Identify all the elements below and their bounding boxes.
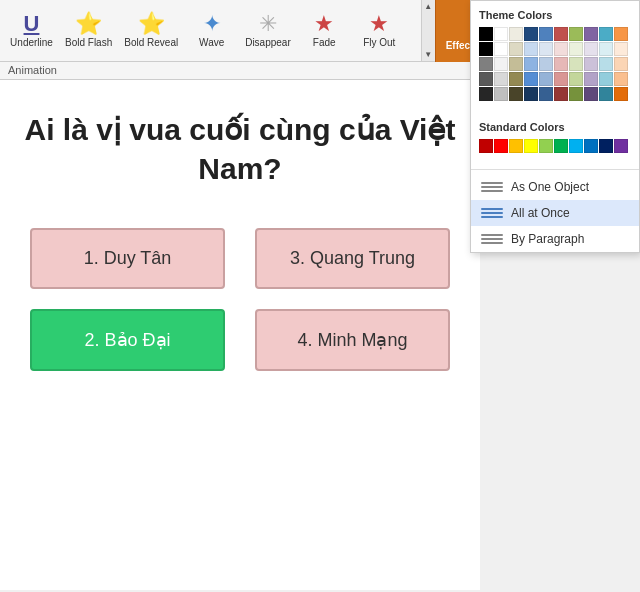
theme-color-cell[interactable] — [599, 27, 613, 41]
theme-color-cell[interactable] — [554, 57, 568, 71]
dropdown-divider — [471, 169, 639, 170]
standard-color-cell[interactable] — [599, 139, 613, 153]
theme-color-cell[interactable] — [614, 57, 628, 71]
standard-colors-title: Standard Colors — [479, 121, 631, 133]
theme-color-cell[interactable] — [524, 42, 538, 56]
standard-colors-grid — [479, 139, 631, 153]
answer-box-1[interactable]: 1. Duy Tân — [30, 228, 225, 289]
theme-color-cell[interactable] — [539, 42, 553, 56]
theme-color-cell[interactable] — [614, 27, 628, 41]
theme-color-cell[interactable] — [524, 27, 538, 41]
theme-color-cell[interactable] — [569, 42, 583, 56]
answer-box-4[interactable]: 4. Minh Mạng — [255, 309, 450, 371]
fly-out-icon: ★ — [369, 13, 389, 35]
toolbar-item-fly-out-label: Fly Out — [363, 37, 395, 48]
theme-color-cell[interactable] — [509, 42, 523, 56]
answer-box-3[interactable]: 3. Quang Trung — [255, 228, 450, 289]
standard-color-cell[interactable] — [569, 139, 583, 153]
standard-color-cell[interactable] — [554, 139, 568, 153]
standard-color-cell[interactable] — [524, 139, 538, 153]
theme-color-cell[interactable] — [569, 72, 583, 86]
theme-color-cell[interactable] — [479, 42, 493, 56]
theme-color-cell[interactable] — [614, 72, 628, 86]
theme-color-cell[interactable] — [554, 87, 568, 101]
standard-color-cell[interactable] — [614, 139, 628, 153]
theme-color-cell[interactable] — [584, 27, 598, 41]
theme-color-cell[interactable] — [569, 57, 583, 71]
theme-color-cell[interactable] — [539, 87, 553, 101]
theme-color-cell[interactable] — [479, 57, 493, 71]
theme-color-cell[interactable] — [539, 72, 553, 86]
standard-color-cell[interactable] — [479, 139, 493, 153]
toolbar-item-disappear-label: Disappear — [245, 37, 291, 48]
theme-color-cell[interactable] — [494, 72, 508, 86]
wave-icon: ✦ — [203, 13, 221, 35]
theme-color-cell[interactable] — [584, 87, 598, 101]
menu-item-by-paragraph[interactable]: By Paragraph — [471, 226, 639, 252]
standard-color-cell[interactable] — [494, 139, 508, 153]
theme-color-cell[interactable] — [494, 57, 508, 71]
theme-color-cell[interactable] — [524, 57, 538, 71]
theme-color-cell[interactable] — [584, 57, 598, 71]
toolbar-item-bold-flash-label: Bold Flash — [65, 37, 112, 48]
standard-color-cell[interactable] — [584, 139, 598, 153]
slide-area: Ai là vị vua cuối cùng của ViệtNam? 1. D… — [0, 80, 480, 590]
theme-color-cell[interactable] — [509, 27, 523, 41]
toolbar-item-underline[interactable]: U Underline — [4, 0, 59, 61]
theme-color-cell[interactable] — [554, 72, 568, 86]
theme-color-cell[interactable] — [494, 87, 508, 101]
standard-color-cell[interactable] — [539, 139, 553, 153]
toolbar-item-wave[interactable]: ✦ Wave — [184, 0, 239, 61]
theme-color-cell[interactable] — [509, 87, 523, 101]
theme-color-cell[interactable] — [614, 42, 628, 56]
toolbar-animation-items: U Underline ⭐ Bold Flash ⭐ Bold Reveal ✦… — [0, 0, 421, 61]
standard-colors-section: Standard Colors — [471, 113, 639, 165]
scroll-up-arrow[interactable]: ▲ — [424, 2, 432, 11]
answer-grid: 1. Duy Tân 3. Quang Trung 2. Bảo Đại 4. … — [20, 228, 460, 371]
theme-color-cell[interactable] — [599, 72, 613, 86]
by-paragraph-label: By Paragraph — [511, 232, 584, 246]
theme-color-cell[interactable] — [524, 87, 538, 101]
fade-icon: ★ — [314, 13, 334, 35]
theme-color-cell[interactable] — [509, 57, 523, 71]
toolbar-item-disappear[interactable]: ✳ Disappear — [239, 0, 297, 61]
theme-color-cell[interactable] — [614, 87, 628, 101]
standard-color-cell[interactable] — [509, 139, 523, 153]
menu-item-all-at-once[interactable]: All at Once — [471, 200, 639, 226]
theme-color-cell[interactable] — [479, 72, 493, 86]
all-at-once-label: All at Once — [511, 206, 570, 220]
theme-color-cell[interactable] — [569, 27, 583, 41]
theme-color-cell[interactable] — [569, 87, 583, 101]
as-one-object-label: As One Object — [511, 180, 589, 194]
theme-color-cell[interactable] — [599, 87, 613, 101]
theme-color-cell[interactable] — [584, 42, 598, 56]
answer-box-2[interactable]: 2. Bảo Đại — [30, 309, 225, 371]
toolbar-item-bold-reveal-label: Bold Reveal — [124, 37, 178, 48]
toolbar-item-underline-label: Underline — [10, 37, 53, 48]
menu-item-as-one-object[interactable]: As One Object — [471, 174, 639, 200]
sequence-menu: As One ObjectAll at OnceBy Paragraph — [471, 174, 639, 252]
toolbar-item-wave-label: Wave — [199, 37, 224, 48]
theme-color-cell[interactable] — [539, 57, 553, 71]
toolbar-item-bold-reveal[interactable]: ⭐ Bold Reveal — [118, 0, 184, 61]
slide-title: Ai là vị vua cuối cùng của ViệtNam? — [20, 110, 460, 188]
scroll-down-arrow[interactable]: ▼ — [424, 50, 432, 59]
toolbar-item-fade[interactable]: ★ Fade — [297, 0, 352, 61]
theme-color-cell[interactable] — [599, 42, 613, 56]
theme-color-cell[interactable] — [539, 27, 553, 41]
theme-color-cell[interactable] — [494, 27, 508, 41]
theme-color-cell[interactable] — [584, 72, 598, 86]
theme-color-cell[interactable] — [554, 27, 568, 41]
theme-color-cell[interactable] — [554, 42, 568, 56]
all-at-once-icon — [481, 205, 503, 221]
theme-color-cell[interactable] — [494, 42, 508, 56]
theme-color-cell[interactable] — [479, 27, 493, 41]
toolbar-item-bold-flash[interactable]: ⭐ Bold Flash — [59, 0, 118, 61]
by-paragraph-icon — [481, 231, 503, 247]
theme-color-cell[interactable] — [479, 87, 493, 101]
theme-color-cell[interactable] — [599, 57, 613, 71]
theme-color-cell[interactable] — [509, 72, 523, 86]
theme-color-cell[interactable] — [524, 72, 538, 86]
toolbar-item-fly-out[interactable]: ★ Fly Out — [352, 0, 407, 61]
bold-reveal-icon: ⭐ — [138, 13, 165, 35]
